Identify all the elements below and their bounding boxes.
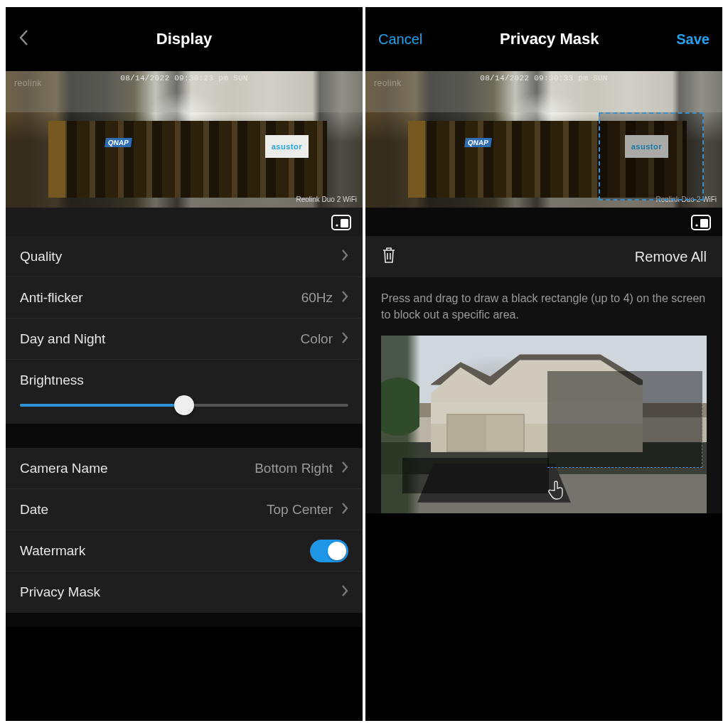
back-button[interactable] (18, 29, 37, 49)
privacy-mask-label: Privacy Mask (20, 584, 341, 600)
brand-watermark: reolink (374, 78, 402, 88)
cancel-button[interactable]: Cancel (378, 31, 422, 48)
watermark-toggle[interactable] (310, 540, 348, 562)
section-gap (6, 424, 363, 448)
chevron-right-icon (341, 290, 348, 306)
toggle-knob (328, 542, 346, 560)
privacy-mask-row[interactable]: Privacy Mask (6, 572, 363, 613)
overlay-settings-list: Camera Name Bottom Right Date Top Center… (6, 448, 363, 613)
trash-icon[interactable] (381, 246, 397, 267)
svg-point-2 (336, 224, 338, 226)
display-settings-pane: Display reolink 08/14/2022 09:30:23 pm S… (6, 7, 363, 721)
example-mask-rect-2 (402, 458, 549, 493)
antiflicker-label: Anti-flicker (20, 290, 301, 306)
preview-toolbar (365, 208, 722, 236)
preview-toolbar (6, 208, 363, 236)
watermark-label: Watermark (20, 543, 310, 559)
chevron-right-icon (341, 461, 348, 476)
camera-name-label: Camera Name (20, 461, 255, 476)
brightness-row: Brightness (6, 360, 363, 424)
daynight-row[interactable]: Day and Night Color (6, 318, 363, 360)
camera-model-watermark: Reolink Duo 2 WiFi (296, 196, 357, 203)
example-garage (446, 414, 525, 452)
brand-watermark: reolink (14, 78, 42, 88)
asustor-badge: asustor (265, 135, 309, 158)
drag-cursor-icon (547, 479, 566, 500)
brightness-slider[interactable] (20, 404, 348, 407)
aspect-toggle-icon[interactable] (691, 215, 712, 232)
chevron-right-icon (341, 502, 348, 518)
quality-label: Quality (20, 249, 341, 264)
quality-row[interactable]: Quality (6, 236, 363, 277)
watermark-row: Watermark (6, 530, 363, 572)
antiflicker-row[interactable]: Anti-flicker 60Hz (6, 277, 363, 318)
brightness-label: Brightness (20, 373, 348, 388)
chevron-right-icon (341, 584, 348, 600)
antiflicker-value: 60Hz (301, 290, 333, 306)
svg-rect-1 (341, 219, 348, 228)
mask-help-text: Press and drag to draw a black rectangle… (365, 277, 722, 331)
live-preview: reolink 08/14/2022 09:30:23 pm SUN QNAP … (6, 71, 363, 208)
live-preview-mask[interactable]: reolink 08/14/2022 09:30:33 pm SUN QNAP … (365, 71, 722, 208)
display-title: Display (37, 30, 331, 48)
section-gap-bottom (6, 613, 363, 627)
mask-toolbar: Remove All (365, 236, 722, 277)
preview-timestamp: 08/14/2022 09:30:23 pm SUN (120, 74, 247, 82)
preview-scene (48, 121, 327, 198)
qnap-badge: QNAP (105, 138, 132, 147)
daynight-value: Color (301, 331, 333, 347)
chevron-right-icon (341, 249, 348, 264)
slider-fill (20, 404, 184, 407)
example-tree (381, 364, 419, 449)
camera-name-value: Bottom Right (255, 461, 333, 476)
privacy-mask-header: Cancel Privacy Mask Save (365, 7, 722, 71)
display-header: Display (6, 7, 363, 71)
date-row[interactable]: Date Top Center (6, 489, 363, 530)
camera-name-row[interactable]: Camera Name Bottom Right (6, 448, 363, 489)
example-mask-rect-1 (547, 371, 702, 468)
slider-thumb[interactable] (174, 395, 194, 415)
save-button[interactable]: Save (676, 31, 710, 48)
date-label: Date (20, 502, 267, 518)
privacy-mask-title: Privacy Mask (422, 30, 676, 48)
qnap-badge: QNAP (464, 138, 492, 147)
svg-point-5 (695, 224, 697, 226)
daynight-label: Day and Night (20, 331, 301, 347)
privacy-mask-pane: Cancel Privacy Mask Save reolink 08/14/2… (365, 7, 722, 721)
mask-example-image[interactable] (381, 336, 707, 513)
settings-list: Quality Anti-flicker 60Hz Day and Night … (6, 236, 363, 424)
chevron-right-icon (341, 331, 348, 347)
date-value: Top Center (267, 502, 333, 518)
mask-selection-rect[interactable] (599, 112, 704, 200)
aspect-toggle-icon[interactable] (331, 215, 353, 232)
remove-all-button[interactable]: Remove All (635, 249, 707, 265)
svg-rect-4 (700, 219, 708, 228)
preview-timestamp: 08/14/2022 09:30:33 pm SUN (480, 74, 607, 82)
